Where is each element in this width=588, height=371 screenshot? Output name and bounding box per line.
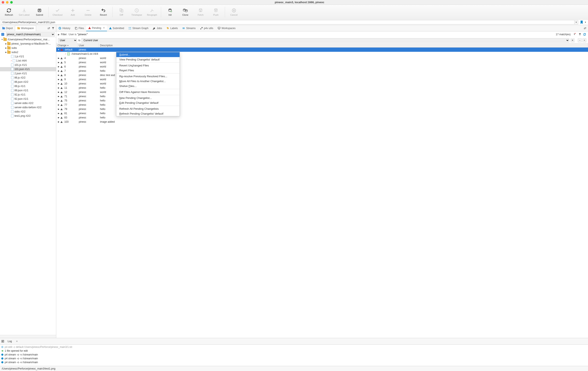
tree-row[interactable]: ▶pineoc_iyunseog-ui-MacBook-Pr… xyxy=(0,41,56,46)
diff-button[interactable]: Diff xyxy=(114,6,129,19)
svg-rect-20 xyxy=(129,29,129,29)
tab-pending[interactable]: Pending ✕ xyxy=(86,25,107,31)
revgraph-button[interactable]: Revgraph xyxy=(144,6,160,19)
context-menu-item[interactable]: Revert Unchanged Files xyxy=(116,63,179,68)
sort-icon[interactable] xyxy=(47,27,51,30)
context-menu-item[interactable]: New Pending Changelist... xyxy=(116,95,179,100)
tree-row[interactable]: 86.json #2/2 xyxy=(0,80,56,84)
h-scrollbar[interactable] xyxy=(0,335,56,338)
delete-button[interactable]: Delete xyxy=(80,6,96,19)
clone-button[interactable]: Clone xyxy=(178,6,193,19)
tab-files[interactable]: Files xyxy=(72,25,86,31)
log-line: p4 edit -c default /Users/pineoc/Perforc… xyxy=(1,345,587,349)
context-menu-item[interactable]: Move All Files to Another Changelist... xyxy=(116,79,179,84)
tree-row[interactable]: 1.js #1/1 xyxy=(0,54,56,59)
context-menu-item[interactable]: Refresh Pending Changelist 'default' xyxy=(116,111,179,116)
log-tab[interactable]: Log xyxy=(6,339,14,344)
tree-row[interactable]: 89.js #1/1 xyxy=(0,84,56,88)
context-menu-item[interactable]: Re-resolve Previously Resolved Files... xyxy=(116,74,179,79)
tree-row[interactable]: ✓1.txt #4/4 xyxy=(0,59,56,63)
close-window[interactable] xyxy=(2,1,4,4)
tree-row[interactable]: 101.js #1/1 xyxy=(0,63,56,67)
bookmark-icon[interactable] xyxy=(579,20,584,24)
tab-workspaces[interactable]: Workspaces xyxy=(215,25,238,31)
clear-filter-icon[interactable]: ✕ xyxy=(574,33,577,36)
refresh-filter-icon[interactable] xyxy=(583,33,586,36)
context-menu-item[interactable]: Submit... xyxy=(116,52,179,57)
tree-row[interactable]: server-stdio #2/2 xyxy=(0,101,56,105)
remove-row-button[interactable]: − xyxy=(578,38,582,42)
tab-depot[interactable]: Depot xyxy=(0,25,15,31)
table-row[interactable]: ▼defaultpineoc xyxy=(56,48,588,52)
table-row[interactable]: ▶103pineocimage added xyxy=(56,120,588,124)
download-icon xyxy=(22,8,27,13)
sort-icon[interactable] xyxy=(583,27,587,30)
match-count: 17 match(es) xyxy=(556,33,571,36)
submit-button[interactable]: Submit xyxy=(32,6,47,19)
tab-workspace[interactable]: Workspace xyxy=(15,25,36,31)
push-button[interactable]: Push xyxy=(208,6,223,19)
tree-row[interactable]: ▶subs xyxy=(0,46,56,50)
tree-row[interactable]: 101.json #1/1 xyxy=(0,67,56,71)
tab-streams[interactable]: Streams xyxy=(180,25,198,31)
timelapse-button[interactable]: Timelapse xyxy=(129,6,144,19)
tree-row[interactable]: stdio #2/2 xyxy=(0,110,56,114)
plus-icon xyxy=(70,8,75,13)
cancel-button[interactable]: Cancel xyxy=(226,6,242,19)
workspace-select[interactable]: pineoc_main3 (//stream/main) xyxy=(6,32,55,37)
context-menu-item[interactable]: Refresh All Pending Changelists xyxy=(116,106,179,111)
tree-row[interactable]: test1.png #2/2 xyxy=(0,114,56,118)
refresh-button[interactable]: Refresh xyxy=(1,6,17,19)
tab-p4v-utils[interactable]: p4v utils xyxy=(198,25,215,31)
check-icon xyxy=(55,8,60,13)
col-user[interactable]: User xyxy=(77,43,99,47)
context-menu-item[interactable]: Shelve Files... xyxy=(116,84,179,89)
tree-row[interactable]: 86.js #2/2 xyxy=(0,76,56,80)
filter-disclosure[interactable]: ▶ xyxy=(58,33,60,36)
context-menu-item[interactable]: View Pending Changelist 'default' xyxy=(116,57,179,62)
context-menu-item[interactable]: Revert Files xyxy=(116,68,179,73)
tree-row[interactable]: server-stdio-before #2/2 xyxy=(0,105,56,110)
bookmark-menu-icon[interactable]: ▼ xyxy=(584,21,587,24)
context-menu-item[interactable]: Edit Pending Changelist 'default' xyxy=(116,100,179,105)
tab-jobs[interactable]: Jobs xyxy=(150,25,164,31)
minimize-window[interactable] xyxy=(6,1,9,4)
filter-summary: ▶ Filter: User is "pineoc" 17 match(es) … xyxy=(56,31,588,37)
tree-row[interactable]: 92.json #1/1 xyxy=(0,97,56,101)
path-input[interactable] xyxy=(1,20,574,24)
revert-icon xyxy=(101,8,106,13)
add-button[interactable]: Add xyxy=(65,6,80,19)
workspace-icon xyxy=(17,27,20,30)
close-icon[interactable]: ✕ xyxy=(103,27,105,29)
tree-row[interactable]: 2.json #1/1 xyxy=(0,71,56,76)
tab-stream-graph[interactable]: Stream Graph xyxy=(126,25,150,31)
filter-field-select[interactable]: User xyxy=(58,38,77,42)
tab-submitted[interactable]: Submitted xyxy=(107,25,126,31)
filter-icon[interactable] xyxy=(51,27,55,30)
col-description[interactable]: Description xyxy=(99,43,588,47)
context-menu-item[interactable]: Diff Files Against Have Revisions xyxy=(116,90,179,94)
col-change[interactable]: Change▲ xyxy=(56,43,77,47)
filter-icon[interactable] xyxy=(578,33,582,36)
refresh-icon xyxy=(6,8,11,13)
add-row-button[interactable]: + xyxy=(582,38,586,42)
get-latest-button[interactable]: Get Latest xyxy=(17,6,32,19)
maximize-window[interactable] xyxy=(10,1,13,4)
tree-row[interactable]: 89.json #1/1 xyxy=(0,88,56,93)
tab-history[interactable]: History xyxy=(56,25,72,31)
init-button[interactable]: Init xyxy=(162,6,178,19)
svg-point-6 xyxy=(183,9,186,10)
revert-button[interactable]: Revert xyxy=(96,6,111,19)
fetch-icon xyxy=(198,8,203,13)
svg-rect-14 xyxy=(17,27,19,28)
close-log-icon[interactable]: ✕ xyxy=(16,340,18,343)
filter-value-select[interactable]: Current User xyxy=(82,38,569,42)
tree-row[interactable]: ▼/Users/pineoc/Perforce/pineoc_mai… xyxy=(0,37,56,41)
fetch-button[interactable]: Fetch xyxy=(193,6,208,19)
tree-row[interactable]: ▶subs2 xyxy=(0,50,56,54)
clear-button[interactable]: ✕ xyxy=(571,38,574,42)
tab-labels[interactable]: Labels xyxy=(164,25,180,31)
checkout-button[interactable]: Checkout xyxy=(50,6,65,19)
tree-row[interactable]: 92.js #1/1 xyxy=(0,93,56,97)
path-dropdown[interactable]: ▼ xyxy=(574,20,578,24)
